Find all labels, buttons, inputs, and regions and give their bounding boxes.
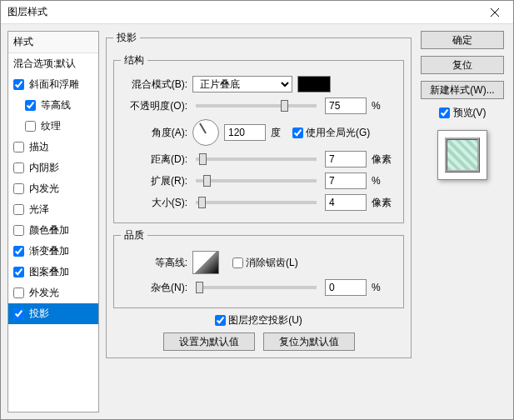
size-input[interactable] [325, 194, 367, 211]
close-button[interactable] [476, 1, 513, 24]
spread-unit: % [372, 175, 397, 187]
angle-dial[interactable] [192, 119, 219, 146]
sidebar-label-6: 光泽 [29, 202, 49, 217]
sidebar-checkbox-3[interactable] [13, 142, 24, 152]
contour-picker[interactable] [192, 251, 219, 274]
sidebar-label-5: 内发光 [29, 182, 59, 196]
quality-title: 品质 [121, 228, 147, 242]
sidebar-checkbox-2[interactable] [25, 121, 36, 132]
window-title: 图层样式 [7, 5, 47, 19]
sidebar-header: 样式 [8, 32, 98, 53]
sidebar-checkbox-6[interactable] [13, 204, 24, 215]
spread-label: 扩展(R): [121, 174, 187, 188]
panel-title: 投影 [113, 31, 140, 45]
sidebar-checkbox-9[interactable] [13, 267, 24, 278]
sidebar-item-9[interactable]: 图案叠加 [8, 262, 98, 282]
sidebar-label-10: 外发光 [29, 286, 59, 300]
sidebar-checkbox-4[interactable] [13, 162, 24, 173]
sidebar-label-11: 投影 [29, 307, 49, 321]
sidebar-label-0: 斜面和浮雕 [29, 78, 79, 92]
preview-thumbnail [437, 130, 487, 180]
preview-checkbox[interactable] [439, 108, 450, 118]
blend-mode-label: 混合模式(B): [121, 78, 187, 92]
structure-group: 结构 混合模式(B): 正片叠底 不透明度(O): % 角度(A): 度 [113, 53, 404, 223]
reset-button[interactable]: 复位 [421, 56, 504, 74]
noise-label: 杂色(N): [121, 281, 187, 295]
sidebar-item-4[interactable]: 内阴影 [8, 158, 98, 178]
sidebar-label-3: 描边 [29, 140, 49, 154]
sidebar-item-5[interactable]: 内发光 [8, 178, 98, 199]
distance-unit: 像素 [372, 152, 397, 167]
sidebar-item-0[interactable]: 斜面和浮雕 [8, 74, 98, 95]
sidebar-label-1: 等高线 [41, 98, 71, 112]
distance-label: 距离(D): [121, 152, 187, 167]
opacity-input[interactable] [325, 98, 367, 114]
spread-slider[interactable] [196, 179, 317, 182]
sidebar-label-4: 内阴影 [29, 161, 59, 175]
global-light-checkbox[interactable] [292, 128, 303, 138]
opacity-unit: % [372, 100, 397, 112]
noise-unit: % [372, 282, 397, 293]
sidebar-checkbox-1[interactable] [25, 100, 36, 111]
sidebar-item-8[interactable]: 渐变叠加 [8, 241, 98, 262]
styles-sidebar: 样式 混合选项:默认 斜面和浮雕等高线纹理描边内阴影内发光光泽颜色叠加渐变叠加图… [7, 31, 99, 412]
ok-button[interactable]: 确定 [421, 31, 504, 49]
panel-main: 投影 结构 混合模式(B): 正片叠底 不透明度(O): % 角度(A): [106, 31, 412, 358]
sidebar-label-9: 图案叠加 [29, 265, 69, 279]
contour-label: 等高线: [121, 256, 187, 270]
opacity-label: 不透明度(O): [121, 99, 187, 113]
sidebar-item-7[interactable]: 颜色叠加 [8, 220, 98, 241]
angle-unit: 度 [271, 126, 281, 140]
sidebar-checkbox-7[interactable] [13, 225, 24, 236]
size-label: 大小(S): [121, 196, 187, 210]
angle-input[interactable] [224, 124, 266, 141]
quality-group: 品质 等高线: 消除锯齿(L) 杂色(N): % [113, 228, 404, 308]
sidebar-item-1[interactable]: 等高线 [8, 95, 98, 116]
make-default-button[interactable]: 设置为默认值 [163, 332, 255, 351]
sidebar-checkbox-11[interactable] [13, 308, 24, 319]
sidebar-checkbox-5[interactable] [13, 183, 24, 194]
antialias-label: 消除锯齿(L) [246, 256, 298, 270]
noise-input[interactable] [325, 279, 367, 296]
sidebar-item-11[interactable]: 投影 [8, 303, 98, 324]
angle-label: 角度(A): [121, 126, 187, 140]
reset-default-button[interactable]: 复位为默认值 [263, 332, 355, 351]
sidebar-checkbox-10[interactable] [13, 288, 24, 298]
sidebar-label-8: 渐变叠加 [29, 244, 69, 258]
sidebar-subheader[interactable]: 混合选项:默认 [8, 53, 98, 74]
distance-slider[interactable] [196, 158, 317, 161]
sidebar-label-2: 纹理 [41, 119, 61, 133]
knockout-checkbox[interactable] [215, 315, 226, 326]
close-icon [491, 8, 499, 17]
noise-slider[interactable] [196, 286, 317, 289]
global-light-label: 使用全局光(G) [306, 126, 370, 140]
spread-input[interactable] [325, 172, 367, 189]
new-style-button[interactable]: 新建样式(W)... [421, 81, 504, 99]
sidebar-label-7: 颜色叠加 [29, 223, 69, 238]
size-unit: 像素 [372, 196, 397, 210]
size-slider[interactable] [196, 201, 317, 204]
sidebar-checkbox-0[interactable] [13, 79, 24, 90]
preview-image [445, 138, 480, 172]
blend-mode-select[interactable]: 正片叠底 [192, 76, 292, 92]
sidebar-item-2[interactable]: 纹理 [8, 116, 98, 137]
shadow-color-swatch[interactable] [297, 76, 331, 92]
distance-input[interactable] [325, 151, 367, 168]
structure-title: 结构 [121, 53, 147, 68]
knockout-label: 图层挖空投影(U) [228, 313, 302, 328]
antialias-checkbox[interactable] [232, 258, 243, 268]
sidebar-checkbox-8[interactable] [13, 246, 24, 257]
sidebar-item-10[interactable]: 外发光 [8, 282, 98, 303]
sidebar-item-6[interactable]: 光泽 [8, 199, 98, 220]
preview-label: 预览(V) [453, 106, 487, 120]
opacity-slider[interactable] [196, 104, 317, 108]
sidebar-item-3[interactable]: 描边 [8, 137, 98, 158]
